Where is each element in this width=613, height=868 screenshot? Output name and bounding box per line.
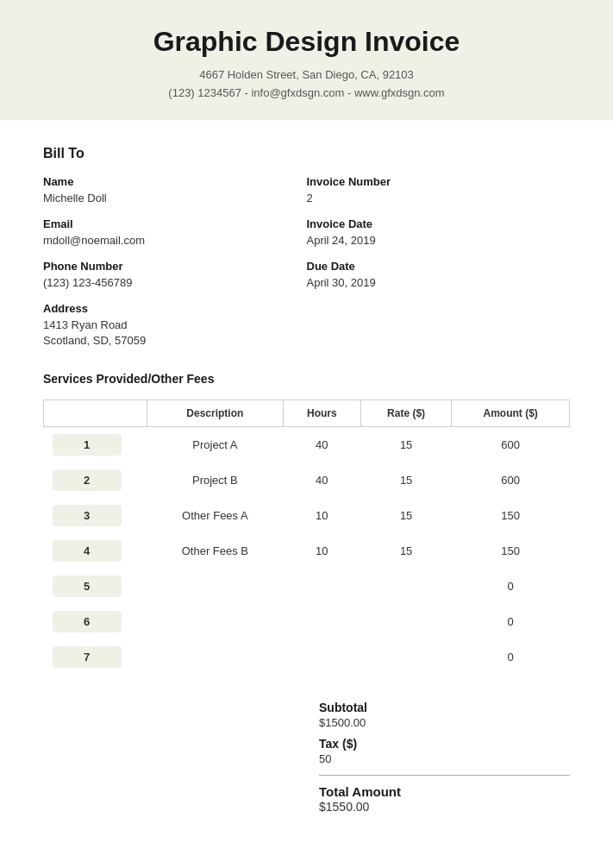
row-num-cell: 7 (44, 639, 147, 675)
col-header-rate: Rate ($) (360, 399, 451, 426)
email-value: mdoll@noemail.com (43, 234, 145, 247)
name-label: Name (43, 175, 307, 188)
col-header-hours: Hours (283, 399, 360, 426)
invoice-number-label: Invoice Number (307, 175, 571, 188)
row-description: Project B (147, 462, 284, 498)
info-due-date: Due Date April 30, 2019 (307, 260, 571, 290)
tax-label: Tax ($) (319, 737, 570, 751)
row-hours (283, 569, 360, 604)
row-hours (283, 604, 360, 639)
page-title: Graphic Design Invoice (17, 26, 596, 58)
row-amount: 0 (452, 639, 570, 675)
row-amount: 600 (452, 426, 570, 462)
col-header-amount: Amount ($) (452, 399, 570, 426)
invoice-date-label: Invoice Date (307, 217, 571, 230)
row-description: Other Fees B (147, 533, 284, 569)
info-invoice-number: Invoice Number 2 (307, 175, 571, 205)
total-amount-label: Total Amount (319, 784, 570, 799)
tax-value: 50 (319, 752, 331, 765)
address-line2: Scotland, SD, 57059 (43, 334, 146, 347)
row-num-cell: 4 (44, 533, 147, 569)
totals-section: Subtotal $1500.00 Tax ($) 50 Total Amoun… (43, 701, 570, 815)
row-hours (283, 639, 360, 675)
row-description (147, 604, 284, 639)
total-amount-value: $1550.00 (319, 800, 369, 814)
invoice-date-value: April 24, 2019 (307, 234, 376, 247)
table-row: 6 0 (44, 604, 570, 639)
row-num-cell: 6 (44, 604, 147, 639)
info-address: Address 1413 Ryan Road Scotland, SD, 570… (43, 302, 307, 348)
row-number: 2 (53, 469, 122, 491)
row-description (147, 569, 284, 604)
row-rate: 15 (360, 462, 451, 498)
bill-to-heading: Bill To (43, 146, 570, 161)
row-amount: 0 (452, 604, 570, 639)
due-date-label: Due Date (307, 260, 571, 273)
row-rate: 15 (360, 498, 451, 533)
email-label: Email (43, 217, 307, 230)
row-rate (360, 639, 451, 675)
row-num-cell: 2 (44, 462, 147, 498)
col-header-empty (44, 399, 147, 426)
invoice-number-value: 2 (307, 192, 313, 204)
info-phone: Phone Number (123) 123-456789 (43, 260, 307, 290)
bill-to-section: Bill To Name Michelle Doll Invoice Numbe… (43, 146, 570, 348)
row-number: 7 (53, 646, 122, 668)
table-row: 4 Other Fees B 10 15 150 (44, 533, 570, 569)
row-amount: 0 (452, 569, 570, 604)
row-number: 6 (53, 611, 122, 632)
table-row: 7 0 (44, 639, 570, 675)
info-grid: Name Michelle Doll Invoice Number 2 Emai… (43, 175, 570, 348)
subtotal-row: Subtotal $1500.00 (319, 701, 570, 730)
table-row: 1 Project A 40 15 600 (44, 426, 570, 462)
row-num-cell: 5 (44, 569, 147, 604)
totals-divider (319, 775, 570, 776)
services-heading: Services Provided/Other Fees (43, 372, 570, 386)
row-rate: 15 (360, 426, 451, 462)
tax-row: Tax ($) 50 (319, 737, 570, 766)
row-amount: 150 (452, 533, 570, 569)
subtotal-value: $1500.00 (319, 716, 366, 729)
info-name: Name Michelle Doll (43, 175, 307, 205)
row-hours: 40 (283, 462, 360, 498)
table-row: 5 0 (44, 569, 570, 604)
services-section: Services Provided/Other Fees Description… (43, 372, 570, 675)
info-email: Email mdoll@noemail.com (43, 217, 307, 248)
header: Graphic Design Invoice 4667 Holden Stree… (0, 0, 613, 120)
row-hours: 10 (283, 498, 360, 533)
info-invoice-date: Invoice Date April 24, 2019 (307, 217, 571, 248)
row-number: 3 (53, 505, 122, 526)
header-contact: (123) 1234567 - info@gfxdsgn.com - www.g… (17, 85, 596, 103)
phone-value: (123) 123-456789 (43, 276, 132, 289)
row-description (147, 639, 284, 675)
due-date-value: April 30, 2019 (307, 276, 376, 289)
address-line1: 1413 Ryan Road (43, 318, 128, 331)
row-hours: 10 (283, 533, 360, 569)
table-row: 3 Other Fees A 10 15 150 (44, 498, 570, 533)
services-table: Description Hours Rate ($) Amount ($) 1 … (43, 399, 570, 675)
total-amount-row: Total Amount $1550.00 (319, 784, 570, 815)
phone-label: Phone Number (43, 260, 307, 273)
row-num-cell: 3 (44, 498, 147, 533)
header-address: 4667 Holden Street, San Diego, CA, 92103 (17, 66, 596, 85)
row-hours: 40 (283, 426, 360, 462)
row-number: 4 (53, 540, 122, 562)
row-number: 5 (53, 576, 122, 597)
name-value: Michelle Doll (43, 192, 107, 204)
subtotal-label: Subtotal (319, 701, 570, 714)
row-description: Project A (147, 426, 284, 462)
row-number: 1 (53, 434, 122, 456)
row-amount: 150 (452, 498, 570, 533)
services-table-wrapper: Description Hours Rate ($) Amount ($) 1 … (43, 399, 570, 675)
row-rate: 15 (360, 533, 451, 569)
table-row: 2 Project B 40 15 600 (44, 462, 570, 498)
row-rate (360, 569, 451, 604)
row-description: Other Fees A (147, 498, 284, 533)
col-header-description: Description (147, 399, 284, 426)
row-rate (360, 604, 451, 639)
row-amount: 600 (452, 462, 570, 498)
row-num-cell: 1 (44, 426, 147, 462)
address-label: Address (43, 302, 307, 315)
